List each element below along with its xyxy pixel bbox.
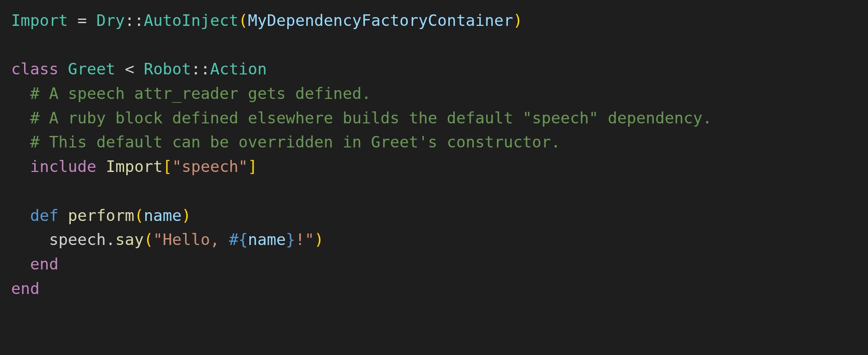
paren-close: )	[513, 11, 522, 30]
code-line-10: speech.say("Hello, #{name}!")	[11, 230, 324, 249]
space	[96, 157, 105, 176]
token-eq: =	[68, 11, 96, 30]
method-name-perform: perform	[68, 206, 134, 225]
token-scope: ::	[125, 11, 144, 30]
code-block: Import = Dry::AutoInject(MyDependencyFac…	[0, 0, 868, 309]
bracket-close: ]	[248, 157, 257, 176]
token-lt: <	[125, 60, 134, 78]
param-name: name	[144, 206, 182, 225]
interp-close: }	[286, 230, 295, 249]
paren-open: (	[144, 230, 153, 249]
token-Robot: Robot	[144, 60, 191, 78]
indent	[11, 157, 30, 176]
code-line-1: Import = Dry::AutoInject(MyDependencyFac…	[11, 11, 522, 30]
indent	[11, 230, 49, 249]
token-Import: Import	[11, 11, 68, 30]
comment-line: # This default can be overridden in Gree…	[11, 133, 560, 151]
keyword-class: class	[11, 60, 58, 78]
space	[58, 206, 68, 225]
token-Import-call: Import	[106, 157, 163, 176]
token-AutoInject: AutoInject	[144, 11, 239, 30]
interp-var-name: name	[248, 230, 286, 249]
space	[58, 60, 68, 78]
interp-open: #{	[229, 230, 248, 249]
paren-open: (	[134, 206, 143, 225]
space	[115, 60, 124, 78]
paren-close: )	[182, 206, 191, 225]
string-speech: "speech"	[172, 157, 248, 176]
token-scope: ::	[191, 60, 210, 78]
keyword-end: end	[11, 279, 39, 298]
token-Action: Action	[210, 60, 267, 78]
paren-open: (	[238, 11, 248, 30]
classname-Greet: Greet	[68, 60, 115, 78]
keyword-include: include	[30, 157, 96, 176]
keyword-def: def	[30, 206, 58, 225]
token-container: MyDependencyFactoryContainer	[248, 11, 513, 30]
paren-close: )	[314, 230, 323, 249]
receiver-speech: speech	[49, 230, 106, 249]
comment-line: # A ruby block defined elsewhere builds …	[11, 109, 712, 127]
indent	[11, 206, 30, 225]
string-part: !"	[295, 230, 314, 249]
bracket-open: [	[163, 157, 172, 176]
token-Dry: Dry	[96, 11, 124, 30]
code-line-9: def perform(name)	[11, 206, 191, 225]
code-line-3: class Greet < Robot::Action	[11, 60, 267, 78]
string-part: "Hello,	[153, 230, 229, 249]
code-line-7: include Import["speech"]	[11, 157, 257, 176]
method-say: say	[115, 230, 143, 249]
space	[134, 60, 143, 78]
comment-line: # A speech attr_reader gets defined.	[11, 84, 371, 103]
keyword-end: end	[11, 255, 58, 273]
dot: .	[106, 230, 115, 249]
